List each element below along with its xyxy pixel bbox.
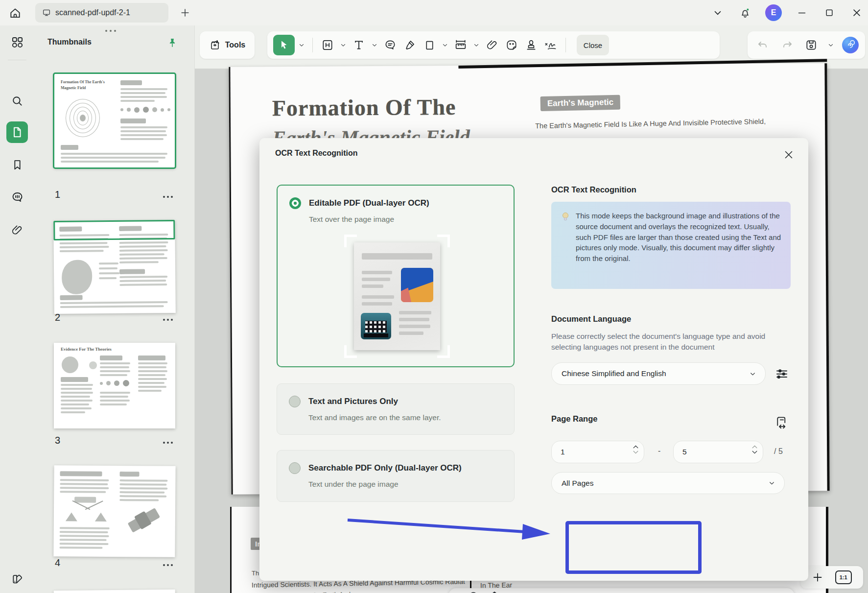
attachment-tool[interactable]	[483, 35, 501, 55]
stamp-tool[interactable]	[522, 35, 540, 55]
thumbnail-menu-icon[interactable]	[163, 560, 173, 570]
signature-tool[interactable]	[542, 35, 560, 55]
notifications-button[interactable]	[738, 5, 752, 20]
option-searchable-pdf[interactable]: Searchable PDF Only (Dual-layer OCR) Tex…	[277, 450, 515, 502]
text-tool[interactable]	[350, 35, 368, 55]
thumbnail-menu-icon[interactable]	[163, 315, 173, 325]
avatar[interactable]: E	[765, 4, 782, 21]
sidebar-item-thumbnails[interactable]	[6, 121, 28, 143]
document-section-badge: Earth's Magnetic	[540, 95, 621, 111]
option-subtitle: Text and images are on the same layer.	[308, 413, 441, 422]
maximize-button[interactable]	[822, 5, 837, 20]
grid-icon	[11, 36, 24, 49]
document-tab[interactable]: scanned-pdf-updf-2-1	[35, 3, 168, 23]
page-scope-select[interactable]: All Pages	[551, 472, 785, 494]
redo-button[interactable]	[778, 35, 796, 55]
minimize-button[interactable]	[795, 5, 809, 20]
sticker-icon	[505, 39, 518, 51]
collapse-toolbar-button[interactable]	[710, 5, 725, 20]
comment-tool[interactable]	[381, 35, 399, 55]
page-number: 1	[55, 189, 60, 200]
sticker-tool[interactable]	[503, 35, 520, 55]
thumbnail-page-4[interactable]	[53, 465, 175, 557]
edit-heading-tool[interactable]	[319, 35, 336, 55]
radio-selected-icon[interactable]	[289, 197, 301, 209]
thumbnail-menu-icon[interactable]	[163, 438, 173, 448]
panel-drag-handle[interactable]	[105, 30, 116, 32]
undo-icon	[757, 39, 769, 51]
measure-tool[interactable]	[452, 35, 469, 55]
page-from-stepper[interactable]	[633, 445, 639, 454]
home-button[interactable]	[6, 4, 24, 23]
chevron-down-icon	[749, 370, 756, 378]
document-language-heading: Document Language	[551, 314, 631, 324]
partial-icon	[491, 590, 498, 593]
language-select[interactable]: Chinese Simplified and English	[551, 362, 766, 385]
language-advanced-button[interactable]	[774, 366, 789, 381]
page-to-stepper[interactable]	[751, 445, 758, 454]
close-window-button[interactable]	[849, 5, 864, 20]
divider	[312, 38, 313, 52]
document-tagline: The Earth's Magnetic Field Is Like A Hug…	[535, 118, 766, 130]
undo-button[interactable]	[754, 35, 772, 55]
save-dropdown[interactable]	[826, 35, 835, 55]
new-tab-button[interactable]	[177, 5, 193, 21]
zoom-in-button[interactable]	[812, 571, 823, 583]
measure-tool-dropdown[interactable]	[471, 35, 481, 55]
close-edit-mode-button[interactable]: Close	[577, 35, 609, 55]
ocr-mode-illustration	[351, 240, 443, 352]
sidebar-item-dashboard[interactable]	[6, 31, 28, 53]
shape-tool[interactable]	[421, 35, 438, 55]
actual-size-button[interactable]: 1:1	[835, 570, 852, 584]
radio-unselected-icon[interactable]	[289, 396, 301, 407]
tools-label: Tools	[225, 41, 245, 49]
option-text-pictures-only[interactable]: Text and Pictures Only Text and images a…	[277, 383, 515, 435]
edit-heading-dropdown[interactable]	[338, 35, 348, 55]
document-fragment: Th	[252, 569, 259, 577]
sidebar-item-search[interactable]	[6, 90, 28, 112]
option-editable-pdf[interactable]: Editable PDF (Dual-layer OCR) Text over …	[277, 185, 515, 367]
select-tool-button[interactable]	[273, 35, 295, 55]
thumbnail-page-2[interactable]	[53, 220, 176, 314]
page-from-input[interactable]	[552, 441, 644, 463]
page-icon	[11, 126, 23, 139]
radio-unselected-icon[interactable]	[289, 462, 301, 474]
lightbulb-icon	[561, 212, 570, 222]
tools-button[interactable]: Tools	[200, 31, 255, 59]
ocr-info-heading: OCR Text Recognition	[551, 185, 636, 194]
page-range-settings-button[interactable]	[774, 415, 789, 430]
select-tool-dropdown[interactable]	[297, 35, 306, 55]
chevron-down-icon	[473, 42, 480, 48]
page-to-field[interactable]	[673, 441, 763, 463]
save-button[interactable]	[802, 35, 820, 55]
page-to-input[interactable]	[674, 441, 763, 463]
scan-corner	[437, 345, 450, 358]
page-from-field[interactable]	[551, 441, 644, 463]
sidebar-item-bookmarks[interactable]	[6, 154, 28, 175]
floating-toolbar-partial[interactable]	[448, 588, 795, 593]
sidebar-item-appearance[interactable]	[6, 568, 28, 590]
highlight-annotation-rect	[565, 521, 702, 574]
highlighter-tool[interactable]	[401, 35, 419, 55]
sidebar-item-attachments[interactable]	[6, 219, 28, 241]
pin-panel-button[interactable]	[165, 36, 180, 50]
ocr-info-box: This mode keeps the background image and…	[551, 202, 791, 289]
text-tool-dropdown[interactable]	[370, 35, 379, 55]
thumbnail-page-5[interactable]: Satellite Communications And Power Grids	[54, 590, 176, 593]
thumbnail-menu-icon[interactable]	[163, 192, 173, 202]
sidebar-item-comments[interactable]	[6, 186, 28, 208]
cursor-icon	[278, 39, 290, 51]
thumbnail-preview-title: Formation Of The Earth's Magnetic Field	[61, 79, 114, 91]
page-range-icon	[774, 415, 789, 430]
thumbnails-panel: Thumbnails Formation Of The Earth's Magn…	[34, 25, 195, 593]
thumbnail-page-3[interactable]: Evidence For The Theories	[54, 343, 175, 428]
thumbnail-page-1[interactable]: Formation Of The Earth's Magnetic Field	[54, 73, 175, 168]
shape-tool-dropdown[interactable]	[440, 35, 450, 55]
chevron-down-icon	[298, 42, 305, 48]
chevron-down-icon	[712, 7, 723, 18]
dialog-close-button[interactable]	[781, 147, 797, 163]
paperclip-icon	[486, 39, 498, 51]
ai-assistant-button[interactable]	[842, 37, 859, 53]
thumbnail-selection-strip	[53, 220, 175, 240]
minimize-icon	[797, 7, 807, 18]
